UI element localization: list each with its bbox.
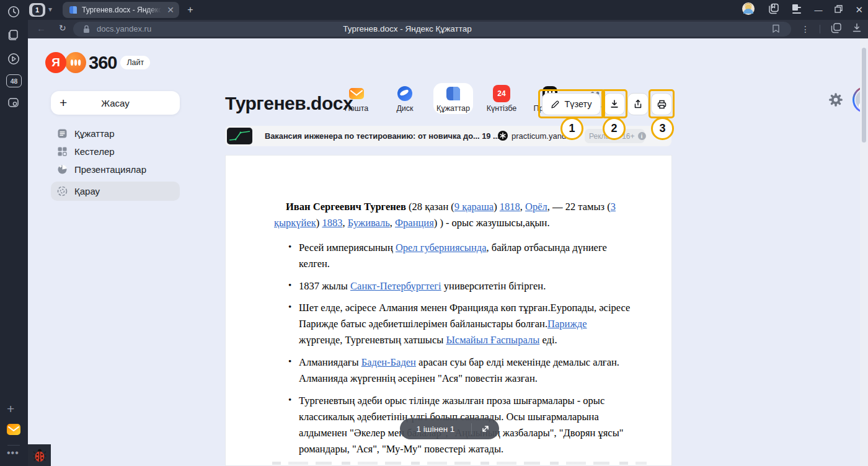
history-icon[interactable]	[7, 5, 20, 21]
scrollbar-thumb[interactable]	[862, 48, 866, 143]
doc-bullet: Алманиядағы Баден-Баден арасан суы бар е…	[288, 354, 632, 387]
create-button[interactable]: + Жасау	[51, 91, 180, 115]
app-calendar[interactable]: 24 Күнтізбе	[482, 83, 521, 114]
reload-icon[interactable]: ↻	[59, 23, 66, 33]
downloads-icon[interactable]	[852, 23, 862, 35]
practicum-icon	[498, 131, 508, 141]
bookmark-icon[interactable]	[772, 24, 780, 36]
tabs-panel-icon[interactable]	[7, 29, 20, 44]
scrollbar-track[interactable]	[860, 38, 868, 466]
annotation-number-1: 1	[560, 117, 583, 140]
browser-avatar[interactable]	[742, 2, 755, 18]
table-icon	[57, 146, 68, 157]
page-indicator-text: 1 ішінен 1	[400, 424, 471, 434]
tab-bar: 1 ▾ Тургенев.docx - Яндекс Құжаттар ✕ + …	[28, 0, 868, 20]
doc-bullet: Шет елде, әсіресе Алмания менен Францияд…	[288, 300, 632, 348]
doc-link[interactable]: 1883	[322, 217, 342, 229]
yandex-logo-icon: Я	[45, 52, 66, 73]
divider	[820, 25, 820, 33]
video-icon[interactable]	[7, 52, 20, 68]
docs-sidebar: + Жасау Құжаттар Кестелер Презентациял	[51, 91, 180, 201]
yandex-360-logo[interactable]: Я 360 Лайт	[45, 52, 150, 73]
new-tab-button[interactable]: +	[184, 4, 197, 16]
doc-link[interactable]: Ысмайыл Ғаспыралы	[446, 334, 539, 346]
pie-chart-icon	[57, 164, 68, 175]
doc-link[interactable]: 9 қараша	[454, 201, 494, 213]
sidebar-divider	[7, 445, 20, 446]
tab-title: Тургенев.docx - Яндекс Құжаттар	[82, 6, 161, 14]
annotation-box-3	[649, 89, 675, 118]
share-icon	[633, 99, 643, 109]
yandex-mail-icon[interactable]	[6, 422, 21, 439]
page-title: Тургенев.docx - Яндекс Құжаттар	[73, 24, 742, 33]
sidebar-item-browse[interactable]: Қарау	[51, 182, 180, 201]
ladybug-icon	[33, 448, 46, 463]
annotation-number-2: 2	[603, 117, 626, 140]
url-field[interactable]: docs.yandex.ru Тургенев.docx - Яндекс Құ…	[73, 22, 791, 37]
logo-360-text: 360	[89, 53, 117, 73]
globe-icon	[57, 186, 68, 196]
active-tab[interactable]: Тургенев.docx - Яндекс Құжаттар ✕	[63, 2, 179, 18]
docs-app-icon	[445, 85, 462, 102]
sidebar-item-tables[interactable]: Кестелер	[51, 143, 180, 160]
docs-favicon	[69, 6, 78, 14]
close-window-icon[interactable]: ✕	[855, 4, 863, 15]
tab-group-button[interactable]: 1	[29, 3, 45, 17]
tab-group-count: 1	[32, 5, 43, 15]
sidebar-item-documents[interactable]: Құжаттар	[51, 125, 180, 143]
extensions-icon[interactable]	[830, 22, 842, 37]
close-tab-icon[interactable]: ✕	[167, 6, 174, 14]
doc-bullet: 1837 жылы Санкт-Петербургтегі университе…	[288, 278, 632, 294]
calendar-app-icon: 24	[493, 85, 510, 102]
doc-link[interactable]: Буживаль	[348, 217, 390, 229]
annotation-box-2	[601, 89, 627, 118]
settings-gear-icon[interactable]	[828, 92, 844, 110]
browser-menu-icon[interactable]	[792, 7, 802, 14]
doc-link[interactable]: Парижде	[547, 318, 587, 330]
cutoff-text-line	[272, 462, 647, 465]
lite-badge: Лайт	[120, 56, 150, 69]
doc-link[interactable]: Орел губерниясында	[396, 242, 487, 253]
doc-link[interactable]: Баден-Баден	[361, 356, 416, 368]
kebab-menu-icon[interactable]: ⋮	[801, 24, 810, 34]
info-icon[interactable]: i	[638, 132, 646, 140]
collections-icon[interactable]	[768, 2, 780, 17]
doc-link[interactable]: Орёл	[525, 201, 547, 213]
page-indicator: 1 ішінен 1	[400, 418, 499, 439]
minimize-icon[interactable]: —	[814, 6, 822, 15]
chevron-down-icon[interactable]: ▾	[48, 5, 52, 14]
annotation-box-1	[538, 89, 605, 118]
doc-link[interactable]: Франция	[395, 217, 434, 229]
address-bar: ← ↻ docs.yandex.ru Тургенев.docx - Яндек…	[28, 20, 868, 38]
bug-report-corner[interactable]	[28, 444, 51, 466]
annotation-number-3: 3	[651, 117, 674, 140]
browser-sidebar: 48 + •••	[0, 0, 28, 466]
ad-headline: Вакансия инженера по тестированию: от но…	[265, 131, 500, 141]
doc-bullet: Ресей империясының Орел губерниясында, б…	[288, 240, 632, 272]
share-button[interactable]	[627, 93, 649, 115]
browser-window: 48 + ••• 1 ▾ Тургенев.docx - Яндекс Құжа…	[0, 0, 868, 466]
sidebar-item-presentations[interactable]: Презентациялар	[51, 160, 180, 178]
app-disk[interactable]: Диск	[385, 83, 425, 114]
app-docs[interactable]: Құжаттар	[433, 83, 473, 114]
plus-icon: +	[60, 96, 67, 109]
screenshot-icon[interactable]	[7, 96, 20, 112]
doc-paragraph: Иван Сергеевич Тургенев (28 қазан (9 қар…	[274, 199, 632, 231]
y360-header: Я 360 Лайт Пошта Диск	[28, 38, 861, 84]
restore-icon[interactable]	[835, 5, 843, 15]
back-icon[interactable]: ←	[37, 23, 46, 33]
fullscreen-icon[interactable]	[472, 424, 499, 434]
counter-badge[interactable]: 48	[6, 74, 22, 87]
ad-thumbnail	[227, 128, 252, 144]
document-icon	[57, 128, 68, 139]
doc-link[interactable]: Санкт-Петербургтегі	[350, 280, 441, 292]
doc-link[interactable]: 1818	[500, 201, 520, 213]
sidebar-more-icon[interactable]: •••	[7, 447, 19, 459]
notification-dot	[792, 4, 798, 10]
document-title: Тургенев.docx	[225, 93, 353, 114]
disk-app-icon	[396, 85, 414, 102]
add-icon[interactable]: +	[7, 402, 14, 416]
360-logo-icon	[65, 52, 86, 73]
